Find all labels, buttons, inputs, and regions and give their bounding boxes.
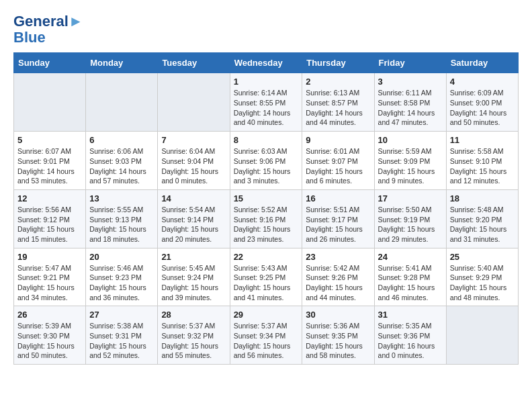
- day-number: 14: [161, 193, 226, 203]
- calendar-cell: 21Sunrise: 5:45 AM Sunset: 9:24 PM Dayli…: [158, 248, 230, 306]
- calendar-cell: [86, 73, 158, 132]
- calendar-cell: [14, 73, 86, 132]
- header-cell-sunday: Sunday: [14, 53, 86, 73]
- day-info: Sunrise: 6:14 AM Sunset: 8:55 PM Dayligh…: [234, 88, 299, 128]
- week-row-5: 26Sunrise: 5:39 AM Sunset: 9:30 PM Dayli…: [14, 306, 519, 365]
- day-number: 5: [17, 135, 82, 145]
- calendar-cell: 11Sunrise: 5:58 AM Sunset: 9:10 PM Dayli…: [446, 132, 518, 190]
- calendar-cell: [158, 73, 230, 132]
- logo-text: General►Blue: [13, 13, 83, 46]
- day-number: 16: [306, 193, 370, 203]
- calendar-cell: 8Sunrise: 6:03 AM Sunset: 9:06 PM Daylig…: [230, 132, 302, 190]
- week-row-3: 12Sunrise: 5:56 AM Sunset: 9:12 PM Dayli…: [14, 189, 519, 248]
- day-number: 3: [378, 77, 443, 87]
- day-info: Sunrise: 5:50 AM Sunset: 9:19 PM Dayligh…: [378, 205, 443, 244]
- day-number: 7: [161, 135, 226, 145]
- day-info: Sunrise: 5:45 AM Sunset: 9:24 PM Dayligh…: [161, 263, 226, 303]
- day-number: 2: [306, 77, 370, 87]
- calendar-cell: 29Sunrise: 5:37 AM Sunset: 9:34 PM Dayli…: [230, 306, 302, 365]
- day-number: 1: [234, 77, 299, 87]
- calendar-cell: 10Sunrise: 5:59 AM Sunset: 9:09 PM Dayli…: [374, 132, 446, 190]
- day-info: Sunrise: 5:59 AM Sunset: 9:09 PM Dayligh…: [378, 146, 443, 186]
- day-number: 30: [306, 310, 370, 320]
- week-row-2: 5Sunrise: 6:07 AM Sunset: 9:01 PM Daylig…: [14, 132, 519, 190]
- day-number: 18: [450, 193, 515, 203]
- day-number: 26: [17, 310, 82, 320]
- day-number: 19: [17, 252, 82, 262]
- day-number: 13: [89, 193, 154, 203]
- day-info: Sunrise: 5:40 AM Sunset: 9:29 PM Dayligh…: [450, 263, 515, 303]
- calendar-cell: 6Sunrise: 6:06 AM Sunset: 9:03 PM Daylig…: [86, 132, 158, 190]
- day-info: Sunrise: 5:37 AM Sunset: 9:34 PM Dayligh…: [234, 321, 299, 361]
- calendar-cell: 13Sunrise: 5:55 AM Sunset: 9:13 PM Dayli…: [86, 189, 158, 248]
- day-info: Sunrise: 5:35 AM Sunset: 9:36 PM Dayligh…: [378, 321, 443, 361]
- calendar-cell: 26Sunrise: 5:39 AM Sunset: 9:30 PM Dayli…: [14, 306, 86, 365]
- calendar-cell: 17Sunrise: 5:50 AM Sunset: 9:19 PM Dayli…: [374, 189, 446, 248]
- day-number: 17: [378, 193, 443, 203]
- day-info: Sunrise: 6:01 AM Sunset: 9:07 PM Dayligh…: [306, 146, 370, 186]
- day-number: 21: [161, 252, 226, 262]
- calendar-cell: 31Sunrise: 5:35 AM Sunset: 9:36 PM Dayli…: [374, 306, 446, 365]
- day-number: 31: [378, 310, 443, 320]
- day-info: Sunrise: 5:38 AM Sunset: 9:31 PM Dayligh…: [89, 321, 154, 361]
- calendar-cell: 4Sunrise: 6:09 AM Sunset: 9:00 PM Daylig…: [446, 73, 518, 132]
- calendar-cell: 14Sunrise: 5:54 AM Sunset: 9:14 PM Dayli…: [158, 189, 230, 248]
- header-cell-friday: Friday: [374, 53, 446, 73]
- calendar-cell: 9Sunrise: 6:01 AM Sunset: 9:07 PM Daylig…: [302, 132, 374, 190]
- day-number: 29: [234, 310, 299, 320]
- header-cell-saturday: Saturday: [446, 53, 518, 73]
- day-info: Sunrise: 5:46 AM Sunset: 9:23 PM Dayligh…: [89, 263, 154, 303]
- calendar-cell: 5Sunrise: 6:07 AM Sunset: 9:01 PM Daylig…: [14, 132, 86, 190]
- day-number: 15: [234, 193, 299, 203]
- day-info: Sunrise: 6:07 AM Sunset: 9:01 PM Dayligh…: [17, 146, 82, 186]
- day-info: Sunrise: 5:39 AM Sunset: 9:30 PM Dayligh…: [17, 321, 82, 361]
- day-info: Sunrise: 5:58 AM Sunset: 9:10 PM Dayligh…: [450, 146, 515, 186]
- day-info: Sunrise: 5:51 AM Sunset: 9:17 PM Dayligh…: [306, 205, 370, 244]
- day-info: Sunrise: 6:03 AM Sunset: 9:06 PM Dayligh…: [234, 146, 299, 186]
- calendar-cell: 12Sunrise: 5:56 AM Sunset: 9:12 PM Dayli…: [14, 189, 86, 248]
- day-number: 8: [234, 135, 299, 145]
- day-info: Sunrise: 5:36 AM Sunset: 9:35 PM Dayligh…: [306, 321, 370, 361]
- day-info: Sunrise: 5:43 AM Sunset: 9:25 PM Dayligh…: [234, 263, 299, 303]
- header-cell-thursday: Thursday: [302, 53, 374, 73]
- day-info: Sunrise: 5:55 AM Sunset: 9:13 PM Dayligh…: [89, 205, 154, 244]
- logo: General►Blue: [13, 13, 83, 46]
- day-info: Sunrise: 5:37 AM Sunset: 9:32 PM Dayligh…: [161, 321, 226, 361]
- day-info: Sunrise: 6:13 AM Sunset: 8:57 PM Dayligh…: [306, 88, 370, 128]
- day-number: 25: [450, 252, 515, 262]
- calendar-cell: [446, 306, 518, 365]
- calendar-cell: 27Sunrise: 5:38 AM Sunset: 9:31 PM Dayli…: [86, 306, 158, 365]
- calendar-cell: 1Sunrise: 6:14 AM Sunset: 8:55 PM Daylig…: [230, 73, 302, 132]
- header-cell-monday: Monday: [86, 53, 158, 73]
- day-number: 12: [17, 193, 82, 203]
- day-number: 6: [89, 135, 154, 145]
- day-info: Sunrise: 5:56 AM Sunset: 9:12 PM Dayligh…: [17, 205, 82, 244]
- day-info: Sunrise: 5:47 AM Sunset: 9:21 PM Dayligh…: [17, 263, 82, 303]
- day-number: 28: [161, 310, 226, 320]
- calendar-table: SundayMondayTuesdayWednesdayThursdayFrid…: [13, 52, 519, 365]
- calendar-cell: 15Sunrise: 5:52 AM Sunset: 9:16 PM Dayli…: [230, 189, 302, 248]
- header-cell-wednesday: Wednesday: [230, 53, 302, 73]
- page-header: General►Blue: [13, 13, 519, 46]
- calendar-cell: 25Sunrise: 5:40 AM Sunset: 9:29 PM Dayli…: [446, 248, 518, 306]
- calendar-cell: 24Sunrise: 5:41 AM Sunset: 9:28 PM Dayli…: [374, 248, 446, 306]
- calendar-cell: 19Sunrise: 5:47 AM Sunset: 9:21 PM Dayli…: [14, 248, 86, 306]
- header-cell-tuesday: Tuesday: [158, 53, 230, 73]
- day-number: 27: [89, 310, 154, 320]
- day-info: Sunrise: 5:42 AM Sunset: 9:26 PM Dayligh…: [306, 263, 370, 303]
- calendar-cell: 30Sunrise: 5:36 AM Sunset: 9:35 PM Dayli…: [302, 306, 374, 365]
- calendar-cell: 16Sunrise: 5:51 AM Sunset: 9:17 PM Dayli…: [302, 189, 374, 248]
- calendar-cell: 3Sunrise: 6:11 AM Sunset: 8:58 PM Daylig…: [374, 73, 446, 132]
- day-info: Sunrise: 5:52 AM Sunset: 9:16 PM Dayligh…: [234, 205, 299, 244]
- day-info: Sunrise: 6:11 AM Sunset: 8:58 PM Dayligh…: [378, 88, 443, 128]
- day-info: Sunrise: 6:09 AM Sunset: 9:00 PM Dayligh…: [450, 88, 515, 128]
- day-info: Sunrise: 6:04 AM Sunset: 9:04 PM Dayligh…: [161, 146, 226, 186]
- day-info: Sunrise: 5:54 AM Sunset: 9:14 PM Dayligh…: [161, 205, 226, 244]
- calendar-cell: 20Sunrise: 5:46 AM Sunset: 9:23 PM Dayli…: [86, 248, 158, 306]
- week-row-1: 1Sunrise: 6:14 AM Sunset: 8:55 PM Daylig…: [14, 73, 519, 132]
- day-info: Sunrise: 5:41 AM Sunset: 9:28 PM Dayligh…: [378, 263, 443, 303]
- calendar-cell: 7Sunrise: 6:04 AM Sunset: 9:04 PM Daylig…: [158, 132, 230, 190]
- day-number: 20: [89, 252, 154, 262]
- calendar-cell: 22Sunrise: 5:43 AM Sunset: 9:25 PM Dayli…: [230, 248, 302, 306]
- day-number: 11: [450, 135, 515, 145]
